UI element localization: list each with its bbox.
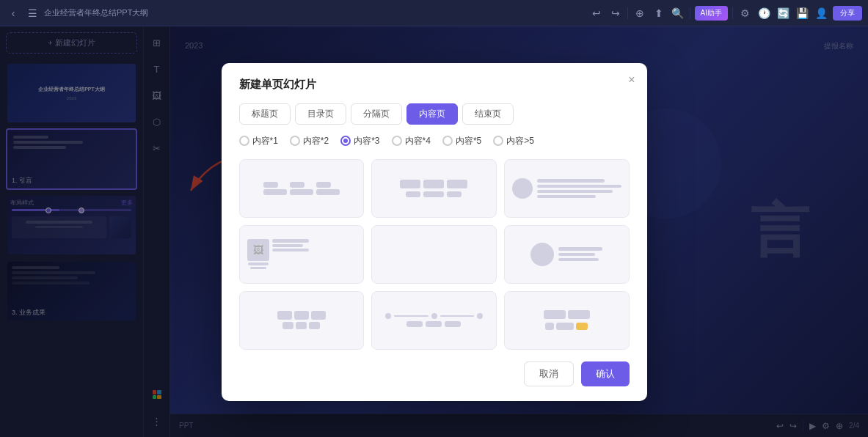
- back-icon[interactable]: ‹: [6, 6, 21, 21]
- layout-card-5[interactable]: [371, 225, 497, 284]
- layout-card-4[interactable]: 🖼: [239, 225, 365, 284]
- radio-label-4: 内容*4: [405, 135, 431, 147]
- modal-footer: 取消 确认: [239, 361, 630, 386]
- publish-button[interactable]: 分享: [833, 6, 862, 21]
- radio-content-1[interactable]: 内容*1: [239, 135, 278, 147]
- radio-content-3[interactable]: 内容*3: [340, 135, 379, 147]
- radio-label-5: 内容*5: [456, 135, 481, 147]
- tab-divider[interactable]: 分隔页: [351, 103, 402, 125]
- radio-label-1: 内容*1: [252, 135, 278, 147]
- tab-catalog[interactable]: 目录页: [295, 103, 346, 125]
- search-icon[interactable]: 🔍: [671, 6, 685, 21]
- settings-icon[interactable]: ⚙: [737, 6, 752, 21]
- zoom-icon[interactable]: ⊕: [632, 6, 647, 21]
- radio-content-many[interactable]: 内容>5: [493, 135, 534, 147]
- layout-card-7[interactable]: [239, 291, 365, 350]
- refresh-icon[interactable]: 🔄: [776, 6, 790, 21]
- clock-icon[interactable]: 🕐: [756, 6, 771, 21]
- modal-overlay[interactable]: 新建单页幻灯片 × 标题页 目录页 分隔页 内容页 结束页 内容*1 内容*2 …: [0, 26, 868, 437]
- user-icon[interactable]: 👤: [814, 6, 828, 21]
- radio-content-5[interactable]: 内容*5: [442, 135, 481, 147]
- toolbar-sep-2: [690, 7, 690, 19]
- modal-close-button[interactable]: ×: [628, 73, 635, 87]
- redo-icon[interactable]: ↪: [608, 6, 623, 21]
- radio-circle-many: [493, 136, 503, 146]
- radio-label-3: 内容*3: [354, 135, 379, 147]
- radio-content-2[interactable]: 内容*2: [290, 135, 329, 147]
- ai-assistant-button[interactable]: AI助手: [695, 6, 728, 21]
- radio-circle-4: [392, 136, 402, 146]
- app-title: 企业经营者年终总结PPT大纲: [44, 7, 585, 18]
- modal-title: 新建单页幻灯片: [239, 78, 630, 92]
- layout-card-1[interactable]: [239, 159, 365, 218]
- menu-icon[interactable]: ☰: [25, 6, 40, 21]
- toolbar-sep-3: [732, 7, 733, 19]
- content-count-options: 内容*1 内容*2 内容*3 内容*4 内容*5 内容>5: [239, 135, 630, 147]
- toolbar-sep-1: [627, 7, 628, 19]
- radio-circle-1: [239, 136, 249, 146]
- tab-end[interactable]: 结束页: [462, 103, 514, 125]
- tab-content[interactable]: 内容页: [406, 103, 458, 125]
- tab-row: 标题页 目录页 分隔页 内容页 结束页: [239, 103, 630, 125]
- save-icon[interactable]: 💾: [795, 6, 809, 21]
- radio-circle-3: [340, 136, 351, 146]
- cancel-button[interactable]: 取消: [524, 361, 574, 386]
- new-slide-dialog: 新建单页幻灯片 × 标题页 目录页 分隔页 内容页 结束页 内容*1 内容*2 …: [222, 63, 647, 401]
- layout-card-2[interactable]: [371, 159, 497, 218]
- radio-circle-2: [290, 136, 300, 146]
- layout-card-9[interactable]: [504, 291, 630, 350]
- layout-card-8[interactable]: [371, 291, 497, 350]
- layout-card-3[interactable]: [504, 159, 630, 218]
- radio-circle-5: [442, 136, 453, 146]
- confirm-button[interactable]: 确认: [581, 361, 630, 386]
- tab-title[interactable]: 标题页: [239, 103, 291, 125]
- radio-label-2: 内容*2: [303, 135, 329, 147]
- top-toolbar: ‹ ☰ 企业经营者年终总结PPT大纲 ↩ ↪ ⊕ ⬆ 🔍 AI助手 ⚙ 🕐 🔄 …: [0, 0, 868, 26]
- layout-options-grid: 🖼: [239, 159, 630, 350]
- radio-label-many: 内容>5: [506, 135, 534, 147]
- layout-card-6[interactable]: [504, 225, 630, 284]
- export-icon[interactable]: ⬆: [652, 6, 666, 21]
- undo-icon[interactable]: ↩: [589, 6, 604, 21]
- radio-content-4[interactable]: 内容*4: [392, 135, 431, 147]
